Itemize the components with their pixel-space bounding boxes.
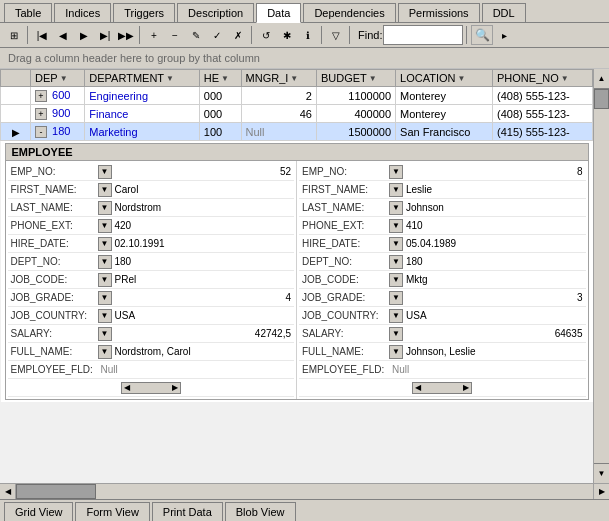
prev-record-btn[interactable]: ◀ [53, 25, 73, 45]
deptno-dropdown-left[interactable]: ▼ [98, 255, 112, 269]
col-header-mngr[interactable]: MNGR_I ▼ [241, 70, 316, 87]
table-row[interactable]: ▶ - 180 Marketing 100 Null 1500000 San F… [1, 123, 593, 141]
salary-value-left: 42742,5 [112, 327, 295, 340]
confirm-btn[interactable]: ✓ [207, 25, 227, 45]
next-record-btn[interactable]: ▶ [74, 25, 94, 45]
tab-permissions[interactable]: Permissions [398, 3, 480, 22]
table-row[interactable]: + 600 Engineering 000 2 1100000 Monterey… [1, 87, 593, 105]
hscroll-right-btn[interactable]: ▶ [593, 484, 609, 499]
col-header-budget[interactable]: BUDGET ▼ [316, 70, 395, 87]
firstname-dropdown-left[interactable]: ▼ [98, 183, 112, 197]
jobcountry-dropdown-left[interactable]: ▼ [98, 309, 112, 323]
col-header-he[interactable]: HE ▼ [199, 70, 241, 87]
row-marker-3: ▶ [1, 123, 31, 141]
horizontal-scrollbar[interactable]: ◀ ▶ [0, 483, 609, 499]
tab-data[interactable]: Data [256, 3, 301, 23]
hiredate-label-left: HIRE_DATE: [8, 237, 98, 250]
tab-indices[interactable]: Indices [54, 3, 111, 22]
firstname-dropdown-right[interactable]: ▼ [389, 183, 403, 197]
fullname-dropdown-right[interactable]: ▼ [389, 345, 403, 359]
hiredate-label-right: HIRE_DATE: [299, 237, 389, 250]
tab-dependencies[interactable]: Dependencies [303, 3, 395, 22]
lastname-dropdown-left[interactable]: ▼ [98, 201, 112, 215]
jobcode-dropdown-right[interactable]: ▼ [389, 273, 403, 287]
salary-label-right: SALARY: [299, 327, 389, 340]
hiredate-dropdown-left[interactable]: ▼ [98, 237, 112, 251]
hscroll-thumb[interactable] [16, 484, 96, 499]
row3-he: 100 [199, 123, 241, 141]
jobgrade-dropdown-left[interactable]: ▼ [98, 291, 112, 305]
hiredate-dropdown-right[interactable]: ▼ [389, 237, 403, 251]
form-row-jobcode-right: JOB_CODE: ▼ Mktg [299, 271, 586, 289]
tab-triggers[interactable]: Triggers [113, 3, 175, 22]
more-btn[interactable]: ▸ [494, 25, 514, 45]
tab-description[interactable]: Description [177, 3, 254, 22]
refresh-btn[interactable]: ↺ [256, 25, 276, 45]
scroll-inner[interactable]: DEP ▼ DEPARTMENT ▼ HE [0, 69, 609, 483]
empfld-value-left: Null [98, 363, 295, 376]
empno-dropdown-right[interactable]: ▼ [389, 165, 403, 179]
empno-value-right: 8 [403, 165, 586, 178]
bottom-tab-blob[interactable]: Blob View [225, 502, 296, 521]
scroll-right-btn-r[interactable]: ▶ [463, 383, 469, 392]
search-icon-btn[interactable]: 🔍 [471, 25, 493, 45]
row2-he: 000 [199, 105, 241, 123]
main-window: Table Indices Triggers Description Data … [0, 0, 609, 521]
form-row-firstname-right: FIRST_NAME: ▼ Leslie [299, 181, 586, 199]
fast-forward-btn[interactable]: ▶▶ [116, 25, 136, 45]
tab-ddl[interactable]: DDL [482, 3, 526, 22]
add-record-btn[interactable]: + [144, 25, 164, 45]
bottom-tab-form[interactable]: Form View [75, 502, 149, 521]
last-record-btn[interactable]: ▶| [95, 25, 115, 45]
jobcountry-dropdown-right[interactable]: ▼ [389, 309, 403, 323]
salary-dropdown-left[interactable]: ▼ [98, 327, 112, 341]
find-input[interactable] [383, 25, 463, 45]
scroll-down-btn[interactable]: ▼ [594, 463, 609, 483]
phoneext-dropdown-left[interactable]: ▼ [98, 219, 112, 233]
table-row[interactable]: + 900 Finance 000 46 400000 Monterey (40… [1, 105, 593, 123]
scroll-left-btn[interactable]: ◀ [124, 383, 130, 392]
delete-record-btn[interactable]: − [165, 25, 185, 45]
jobgrade-dropdown-right[interactable]: ▼ [389, 291, 403, 305]
scroll-thumb[interactable] [594, 89, 609, 109]
empno-dropdown-left[interactable]: ▼ [98, 165, 112, 179]
expand-btn-1[interactable]: + [35, 90, 47, 102]
form-scroll-left[interactable]: ◀ ▶ [8, 379, 295, 397]
scroll-left-btn-r[interactable]: ◀ [415, 383, 421, 392]
bottom-tab-bar: Grid View Form View Print Data Blob View [0, 499, 609, 521]
cancel-btn[interactable]: ✗ [228, 25, 248, 45]
salary-dropdown-right[interactable]: ▼ [389, 327, 403, 341]
expand-btn-3[interactable]: - [35, 126, 47, 138]
bottom-tab-print[interactable]: Print Data [152, 502, 223, 521]
info-btn[interactable]: ℹ [298, 25, 318, 45]
filter-btn[interactable]: ▽ [326, 25, 346, 45]
col-header-dep[interactable]: DEP ▼ [31, 70, 85, 87]
scroll-right-btn[interactable]: ▶ [172, 383, 178, 392]
first-record-btn[interactable]: |◀ [32, 25, 52, 45]
asterisk-btn[interactable]: ✱ [277, 25, 297, 45]
form-row-phoneext-right: PHONE_EXT: ▼ 410 [299, 217, 586, 235]
expand-btn-2[interactable]: + [35, 108, 47, 120]
deptno-label-right: DEPT_NO: [299, 255, 389, 268]
jobcode-dropdown-left[interactable]: ▼ [98, 273, 112, 287]
col-header-location[interactable]: LOCATION ▼ [396, 70, 493, 87]
form-row-lastname-left: LAST_NAME: ▼ Nordstrom [8, 199, 295, 217]
bottom-tab-grid[interactable]: Grid View [4, 502, 73, 521]
scroll-up-btn[interactable]: ▲ [594, 69, 609, 89]
grid-icon[interactable]: ⊞ [4, 25, 24, 45]
vertical-scrollbar[interactable]: ▲ ▼ [593, 69, 609, 483]
edit-btn[interactable]: ✎ [186, 25, 206, 45]
phoneext-dropdown-right[interactable]: ▼ [389, 219, 403, 233]
col-header-department[interactable]: DEPARTMENT ▼ [85, 70, 199, 87]
hscroll-left-btn[interactable]: ◀ [0, 484, 16, 499]
col-header-phone[interactable]: PHONE_NO ▼ [493, 70, 593, 87]
fullname-dropdown-left[interactable]: ▼ [98, 345, 112, 359]
tab-table[interactable]: Table [4, 3, 52, 22]
lastname-value-left: Nordstrom [112, 201, 295, 214]
right-form-panel: EMP_NO: ▼ 8 FIRST_NAME: ▼ Leslie [297, 161, 588, 399]
deptno-dropdown-right[interactable]: ▼ [389, 255, 403, 269]
fullname-value-right: Johnson, Leslie [403, 345, 586, 358]
form-scroll-right[interactable]: ◀ ▶ [299, 379, 586, 397]
lastname-dropdown-right[interactable]: ▼ [389, 201, 403, 215]
current-row-arrow: ▶ [12, 127, 20, 138]
